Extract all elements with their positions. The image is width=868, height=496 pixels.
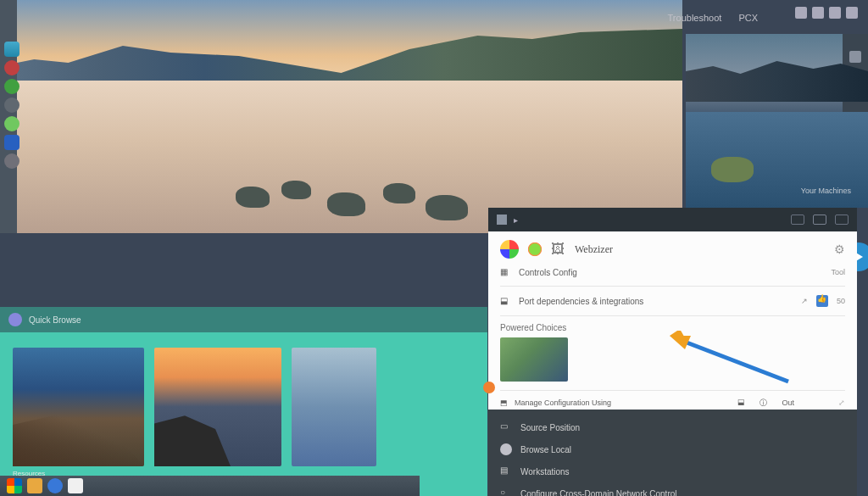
status-dot-icon — [483, 382, 495, 393]
gallery-panel: Quick Browse Resources — [0, 307, 487, 496]
app-title: Webzizer — [575, 243, 613, 256]
header-label-2[interactable]: PCX — [738, 13, 758, 23]
panel-doc-icon[interactable] — [849, 51, 861, 63]
info-icon[interactable]: ⓘ — [760, 398, 771, 408]
config-row-1[interactable]: ▦ Controls Config Tool — [500, 267, 845, 277]
window-close-button[interactable] — [835, 215, 849, 225]
workstation-icon: ▤ — [500, 465, 512, 477]
app-logo-secondary-icon[interactable] — [526, 240, 544, 259]
dark-item-1[interactable]: Browse Local — [500, 438, 845, 460]
right-panel-caption: Your Machines — [801, 187, 851, 195]
dock-settings-icon[interactable] — [4, 98, 19, 113]
taskbar-explorer-icon[interactable] — [27, 478, 42, 493]
pin-icon[interactable] — [497, 215, 507, 225]
gear-icon[interactable]: ⚙ — [834, 242, 845, 256]
dock-chat-icon[interactable] — [4, 116, 19, 131]
window-max-button[interactable] — [813, 215, 826, 225]
app-window: ▸ 🖼 Webzizer ⚙ ▦ Controls Config Tool ⬓ … — [488, 208, 857, 496]
gallery-title: Quick Browse — [29, 315, 81, 325]
header-label-1[interactable]: Troubleshoot — [668, 13, 722, 23]
manage-row[interactable]: ⬒ Manage Configuration Using ⬓ ⓘ Out ⤢ — [500, 398, 845, 408]
start-button[interactable] — [7, 478, 22, 493]
right-preview-panel: Your Machines — [686, 34, 868, 208]
tray-sound-icon[interactable] — [812, 7, 824, 19]
left-dock — [0, 0, 17, 233]
dark-item-0[interactable]: ▭Source Position — [500, 416, 845, 438]
tray-network-icon[interactable] — [795, 7, 807, 19]
window-titlebar[interactable]: ▸ — [488, 208, 857, 231]
dock-mail-icon[interactable] — [4, 135, 19, 150]
dock-photo-icon[interactable] — [4, 42, 19, 57]
taskbar — [0, 476, 420, 496]
app-content-panel: 🖼 Webzizer ⚙ ▦ Controls Config Tool ⬓ Po… — [488, 231, 857, 410]
tray-notify-icon[interactable] — [846, 7, 858, 19]
config-row-2[interactable]: ⬓ Port dependencies & integrations ↗ 50 — [500, 295, 845, 307]
section-header: Powered Choices — [500, 323, 845, 332]
port-icon: ⬓ — [500, 296, 512, 306]
tray-battery-icon[interactable] — [829, 7, 841, 19]
header-tabs: Troubleshoot PCX — [668, 13, 758, 23]
expand-icon[interactable]: ⤢ — [838, 398, 845, 407]
dark-item-2[interactable]: ▤Workstations — [500, 460, 845, 482]
grid-icon: ▦ — [500, 267, 512, 277]
share-icon[interactable]: ↗ — [801, 297, 808, 305]
dock-browser-icon[interactable] — [4, 60, 19, 75]
manage-icon: ⬒ — [500, 398, 508, 407]
dock-app-icon[interactable] — [4, 79, 19, 94]
window-min-button[interactable] — [791, 215, 804, 225]
gallery-thumb-2[interactable] — [154, 348, 281, 466]
taskbar-app-icon[interactable] — [68, 478, 83, 493]
app-logo-chrome-icon[interactable] — [500, 240, 519, 259]
gallery-header: Quick Browse — [0, 307, 487, 332]
user-icon — [500, 443, 512, 455]
desktop-wallpaper — [0, 0, 682, 233]
gallery-thumb-3[interactable] — [292, 348, 376, 466]
like-icon[interactable] — [816, 295, 828, 307]
preview-thumb[interactable] — [500, 337, 568, 382]
taskbar-edge-icon[interactable] — [47, 478, 63, 493]
user-avatar-icon[interactable] — [8, 313, 22, 326]
network-icon: ○ — [500, 488, 512, 496]
dock-clock-icon[interactable] — [4, 153, 19, 169]
dark-item-3[interactable]: ○Configure Cross-Domain Network Control — [500, 482, 845, 496]
dark-menu-list: ▭Source Position Browse Local ▤Workstati… — [488, 410, 857, 496]
gallery-thumb-1[interactable] — [13, 348, 144, 466]
export-icon[interactable]: ⬓ — [737, 398, 749, 408]
source-icon: ▭ — [500, 421, 512, 433]
system-tray — [795, 7, 858, 19]
